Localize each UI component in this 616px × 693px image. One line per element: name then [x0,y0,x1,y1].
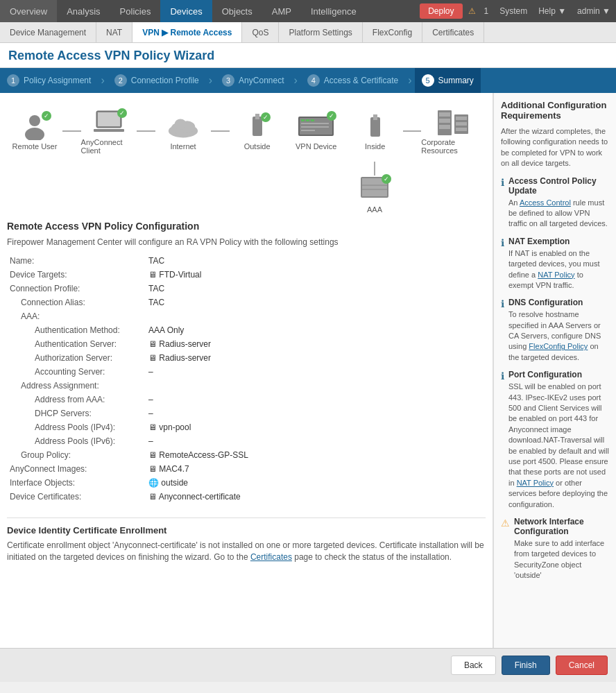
svg-point-1 [25,128,44,140]
anyconnect-images-icon: 🖥 [148,464,157,474]
diagram-corporate: Corporate Resources [421,107,486,155]
svg-rect-17 [301,126,329,128]
interface-obj-icon: 🌐 [148,478,159,488]
diagram-inside: Inside [348,111,403,151]
wizard-step-5[interactable]: 5 Summary [415,68,481,93]
nav-nat[interactable]: NAT [96,22,132,42]
nav-vpn-remote[interactable]: VPN ▶ Remote Access [132,22,242,42]
admin-link[interactable]: admin ▼ [572,6,616,16]
req-network-title: Network Interface Configuration [514,517,609,536]
config-label-ipv6: Address Pools (IPv6): [7,434,146,448]
wizard-step-3[interactable]: 3 AnyConnect [215,68,291,93]
config-value-authz-server: 🖥 Radius-server [146,351,486,365]
svg-rect-27 [456,122,467,126]
step-num-5: 5 [422,74,434,87]
remote-user-icon: ✓ [17,111,52,142]
config-label-auth-server: Authentication Server: [7,337,146,351]
wizard-step-2[interactable]: 2 Connection Profile [108,68,206,93]
config-label-address: Address Assignment: [7,379,146,393]
main-content: ✓ Remote User ✓ [0,93,616,648]
config-label-addr-aaa: Address from AAA: [7,393,146,407]
deploy-button[interactable]: Deploy [420,3,462,19]
svg-rect-15 [311,119,314,121]
nav-amp[interactable]: AMP [262,0,301,22]
help-link[interactable]: Help ▼ [533,6,572,16]
config-label-name: Name: [7,254,146,268]
diagram-vpn-device: ✓ VPN Device [285,111,348,151]
ipv4-icon: 🖥 [148,422,157,432]
nat-policy-link-2[interactable]: NAT Policy [517,479,554,487]
interface2-svg [365,114,386,139]
check-badge-anyconnect: ✓ [117,108,127,118]
req-network-body: Make sure to add interface from targeted… [514,538,609,581]
diagram-remote-user: ✓ Remote User [7,111,62,151]
config-label-aaa: AAA: [7,309,146,323]
nav-analysis[interactable]: Analysis [57,0,110,22]
config-table: Name: TAC Device Targets: 🖥 FTD-Virtual … [7,254,486,504]
wizard-arrow-4: › [408,74,411,87]
cancel-button[interactable]: Cancel [556,656,608,675]
req-network-content: Network Interface Configuration Make sur… [514,517,609,581]
step-num-2: 2 [114,74,127,87]
req-port-body: SSL will be enabled on port 443. IPsec-I… [508,382,609,510]
vpn-device-label: VPN Device [296,142,336,151]
info-icon-dns: ℹ [501,298,504,309]
config-value-group-policy: 🖥 RemoteAccess-GP-SSL [146,448,486,462]
svg-rect-14 [306,119,309,121]
aaa-label: AAA [367,205,382,214]
info-icon-port: ℹ [501,370,504,382]
req-port-content: Port Configuration SSL will be enabled o… [508,370,609,510]
diagram-anyconnect: ✓ AnyConnect Client [81,107,137,155]
cert-link[interactable]: Certificates [250,552,292,562]
nav-overview[interactable]: Overview [0,0,57,22]
config-value-profile: TAC [146,282,486,296]
config-value-name: TAC [146,254,486,268]
config-label-auth-method: Authentication Method: [7,323,146,337]
system-link[interactable]: System [494,6,533,16]
diagram-outside: ✓ Outside [230,111,285,151]
wizard-step-1[interactable]: 1 Policy Assignment [0,68,98,93]
nav-devices[interactable]: Devices [160,0,212,22]
config-value-ipv6: – [146,434,486,448]
check-badge-user: ✓ [42,111,51,121]
wizard-step-4[interactable]: 4 Access & Certificate [300,68,405,93]
corporate-label: Corporate Resources [421,138,486,155]
flexconfig-link[interactable]: FlexConfig Policy [529,342,588,350]
nav-platform[interactable]: Platform Settings [279,22,362,42]
line-4 [403,130,422,132]
nav-qos[interactable]: QoS [242,22,279,42]
req-port: ℹ Port Configuration SSL will be enabled… [501,370,609,510]
config-value-address [146,379,486,393]
svg-rect-16 [301,123,329,124]
nat-policy-link[interactable]: NAT Policy [538,271,574,279]
nav-device-management[interactable]: Device Management [0,22,96,42]
config-label-acct-server: Accounting Server: [7,365,146,379]
finish-button[interactable]: Finish [502,656,550,675]
inside-label: Inside [365,142,385,151]
alert-count: 1 [479,6,495,16]
nav-intelligence[interactable]: Intelligence [301,0,366,22]
check-badge-vpn: ✓ [327,111,336,121]
bottom-bar: Back Finish Cancel [0,648,616,682]
left-panel: ✓ Remote User ✓ [0,93,493,648]
nav-objects[interactable]: Objects [212,0,262,22]
nav-policies[interactable]: Policies [110,0,161,22]
info-icon-access: ℹ [501,177,504,188]
config-label-group-policy: Group Policy: [7,448,146,462]
config-row-auth-server: Authentication Server: 🖥 Radius-server [7,337,486,351]
nav-certificates[interactable]: Certificates [422,22,484,42]
access-control-link[interactable]: Access Control [520,198,571,207]
remote-user-label: Remote User [12,142,58,151]
nav-flexconfig[interactable]: FlexConfig [363,22,422,42]
config-row-group-policy: Group Policy: 🖥 RemoteAccess-GP-SSL [7,448,486,462]
svg-rect-26 [456,117,467,120]
config-row-name: Name: TAC [7,254,486,268]
config-label-profile: Connection Profile: [7,282,146,296]
right-panel: Additional Configuration Requirements Af… [493,93,616,648]
device-icon: 🖥 [148,270,157,280]
req-access-title: Access Control Policy Update [508,176,609,196]
svg-rect-10 [255,114,259,119]
back-button[interactable]: Back [451,656,496,675]
internet-label: Internet [170,142,196,151]
req-dns: ℹ DNS Configuration To resolve hostname … [501,298,609,363]
